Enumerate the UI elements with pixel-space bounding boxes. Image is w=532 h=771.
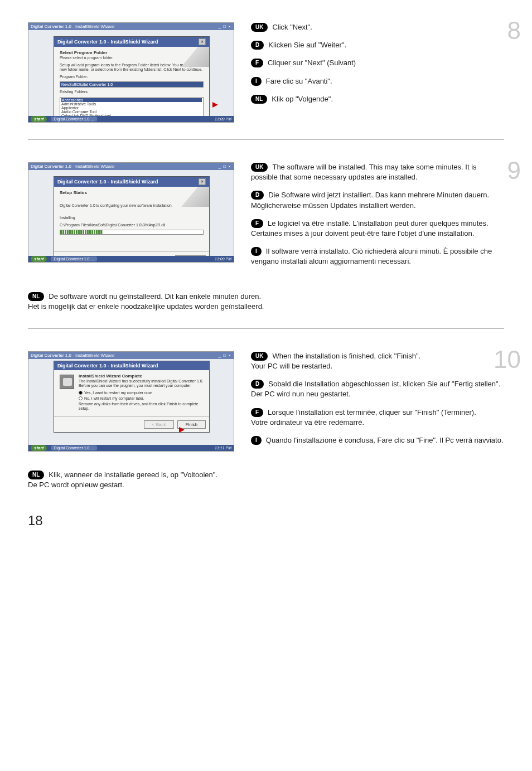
- badge-f: F: [251, 219, 263, 228]
- program-folder-label: Program Folder:: [60, 75, 204, 79]
- lang-f: FLe logiciel va être installé. L'install…: [251, 219, 504, 239]
- step-number: 8: [507, 17, 521, 45]
- badge-i: I: [251, 247, 262, 256]
- lang-uk: UKClick "Next".: [251, 22, 504, 32]
- outer-title: Digital Converter 1.0 - InstallShield Wi…: [31, 24, 114, 29]
- installing-path: C:\Program Files\NewSoft\Digital Convert…: [60, 223, 204, 227]
- badge-uk: UK: [251, 163, 268, 172]
- installer-dialog: Digital Converter 1.0 - InstallShield Wi…: [54, 36, 210, 123]
- dialog-heading: Select Program Folder: [60, 50, 204, 55]
- installer-window: Digital Converter 1.0 - InstallShield Wi…: [28, 162, 234, 263]
- badge-d: D: [251, 41, 264, 50]
- text-i: Quando l'installazione è conclusa, Fare …: [266, 436, 504, 444]
- list-item[interactable]: Administrative Tools: [61, 102, 202, 106]
- text-f: Le logiciel va être installé. L'installa…: [251, 219, 489, 237]
- window-controls: _ □ ×: [219, 353, 231, 358]
- installer-window: Digital Converter 1.0 - InstallShield Wi…: [28, 22, 234, 123]
- outer-title: Digital Converter 1.0 - InstallShield Wi…: [31, 164, 114, 169]
- progress-bar: [60, 230, 204, 235]
- lang-nl-below: NLKlik, wanneer de installatie gereed is…: [28, 470, 504, 490]
- badge-d: D: [251, 380, 264, 389]
- close-icon[interactable]: ×: [199, 178, 206, 185]
- text-nl: De software wordt nu geïnstalleerd. Dit …: [28, 292, 264, 311]
- installer-dialog: Digital Converter 1.0 - InstallShield Wi…: [54, 176, 210, 263]
- red-arrow-icon: [179, 427, 185, 433]
- badge-nl: NL: [251, 95, 267, 104]
- start-button[interactable]: start: [31, 256, 47, 262]
- taskbar-app[interactable]: Digital Converter 1.0 ...: [51, 117, 98, 122]
- dialog-description: Setup will add program icons to the Prog…: [60, 63, 204, 72]
- step-number: 10: [494, 346, 521, 374]
- text-uk: Click "Next".: [272, 23, 312, 31]
- badge-i: I: [251, 436, 262, 445]
- step-number: 9: [507, 157, 521, 185]
- lang-nl-below: NLDe software wordt nu geïnstalleerd. Di…: [28, 292, 504, 312]
- lang-i: IQuando l'installazione è conclusa, Fare…: [251, 435, 504, 445]
- text-f: Lorsque l'installation est terminée, cli…: [251, 408, 476, 426]
- text-uk: When the installation is finished, click…: [251, 352, 420, 370]
- lang-i: IIl software verrà installato. Ciò richi…: [251, 246, 504, 266]
- radio-no-row[interactable]: No, I will restart my computer later.: [79, 396, 204, 400]
- radio-yes-row[interactable]: Yes, I want to restart my computer now.: [79, 391, 204, 395]
- outer-titlebar: Digital Converter 1.0 - InstallShield Wi…: [28, 23, 234, 30]
- taskbar: start Digital Converter 1.0 ... 11:09 PM: [28, 116, 234, 122]
- text-nl: Klik, wanneer de installatie gereed is, …: [28, 471, 217, 489]
- radio-no-label: No, I will restart my computer later.: [84, 396, 144, 400]
- dialog-footer: < Back Finish: [54, 416, 209, 432]
- screenshot-8: Digital Converter 1.0 - InstallShield Wi…: [28, 22, 234, 123]
- lang-d: DDie Software wird jetzt installiert. Da…: [251, 190, 504, 210]
- text-i: Fare clic su "Avanti".: [266, 77, 332, 85]
- badge-nl: NL: [28, 292, 44, 301]
- remove-disks-text: Remove any disks from their drives, and …: [79, 402, 204, 411]
- wizard-icon: [60, 375, 74, 389]
- installer-window: Digital Converter 1.0 - InstallShield Wi…: [28, 351, 234, 452]
- close-icon[interactable]: ×: [199, 38, 206, 45]
- badge-uk: UK: [251, 23, 268, 32]
- step-10: 10 Digital Converter 1.0 - InstallShield…: [28, 351, 504, 453]
- text-i: Il software verrà installato. Ciò richie…: [251, 247, 492, 265]
- outer-titlebar: Digital Converter 1.0 - InstallShield Wi…: [28, 163, 234, 170]
- dialog-heading: Setup Status: [60, 190, 204, 195]
- dialog-title: Digital Converter 1.0 - InstallShield Wi…: [57, 39, 158, 45]
- dialog-description: The InstallShield Wizard has successfull…: [79, 379, 204, 389]
- outer-titlebar: Digital Converter 1.0 - InstallShield Wi…: [28, 352, 234, 359]
- text-d: Klicken Sie auf "Weiter".: [268, 41, 346, 49]
- list-item[interactable]: Audio Compare Tool: [61, 110, 202, 114]
- start-button[interactable]: start: [31, 445, 47, 451]
- existing-folders-label: Existing Folders:: [60, 90, 204, 94]
- back-button: < Back: [144, 420, 175, 429]
- program-folder-input[interactable]: [60, 81, 204, 88]
- start-button[interactable]: start: [31, 116, 47, 122]
- lang-uk: UKWhen the installation is finished, cli…: [251, 351, 504, 371]
- badge-f: F: [251, 408, 263, 417]
- divider: [28, 328, 504, 329]
- page-number: 18: [28, 513, 43, 528]
- dialog-heading: InstallShield Wizard Complete: [60, 374, 204, 379]
- lang-uk: UKThe software will be installed. This m…: [251, 162, 504, 182]
- text-nl: Klik op "Volgende".: [272, 95, 333, 103]
- dialog-description: Digital Converter 1.0 is configuring you…: [60, 203, 204, 208]
- taskbar-app[interactable]: Digital Converter 1.0 ...: [51, 256, 98, 261]
- instructions-10: UKWhen the installation is finished, cli…: [251, 351, 504, 453]
- badge-uk: UK: [251, 352, 268, 361]
- installer-dialog: Digital Converter 1.0 - InstallShield Wi…: [54, 361, 210, 433]
- radio-yes-label: Yes, I want to restart my computer now.: [84, 391, 152, 395]
- system-tray: 11:09 PM: [215, 117, 231, 121]
- lang-i: IFare clic su "Avanti".: [251, 76, 504, 86]
- list-item[interactable]: Accessories: [61, 98, 202, 102]
- badge-d: D: [251, 191, 264, 200]
- badge-f: F: [251, 59, 263, 67]
- taskbar: start Digital Converter 1.0 ... 11:09 PM: [28, 256, 234, 262]
- list-item[interactable]: Applicator: [61, 106, 202, 110]
- text-d: Sobald die Installation abgeschlossen is…: [251, 380, 500, 398]
- outer-title: Digital Converter 1.0 - InstallShield Wi…: [31, 353, 114, 358]
- radio-icon: [79, 396, 83, 400]
- window-controls: _ □ ×: [219, 24, 231, 29]
- divider: [28, 139, 504, 140]
- radio-icon: [79, 391, 83, 395]
- taskbar-app[interactable]: Digital Converter 1.0 ...: [51, 445, 98, 450]
- lang-d: DSobald die Installation abgeschlossen i…: [251, 379, 504, 399]
- dialog-subheading: Please select a program folder.: [60, 56, 204, 60]
- badge-nl: NL: [28, 471, 44, 479]
- taskbar: start Digital Converter 1.0 ... 11:11 PM: [28, 445, 234, 451]
